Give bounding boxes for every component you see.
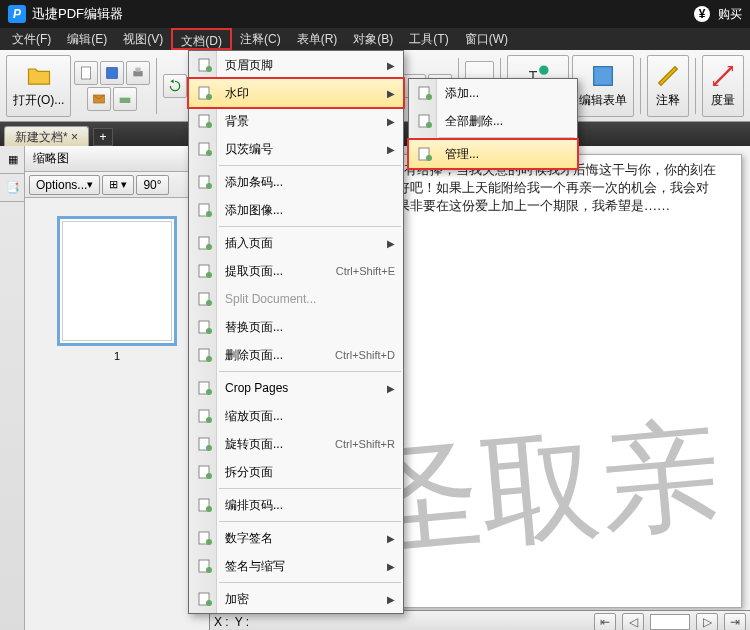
nav-prev-button[interactable]: ◁ <box>622 613 644 631</box>
submenu-arrow-icon: ▶ <box>387 533 395 544</box>
buy-label[interactable]: 购买 <box>718 6 742 23</box>
doc-menu-item-21[interactable]: 数字签名▶ <box>189 524 403 552</box>
submenu-arrow-icon: ▶ <box>387 60 395 71</box>
svg-point-35 <box>206 356 212 362</box>
edit-form-button[interactable]: 编辑表单 <box>572 55 634 117</box>
doc-menu-item-24[interactable]: 加密▶ <box>189 585 403 613</box>
doc-menu-item-17[interactable]: 拆分页面 <box>189 458 403 486</box>
menu-document[interactable]: 文档(D) <box>171 28 232 50</box>
doc-menu-item-22[interactable]: 签名与缩写▶ <box>189 552 403 580</box>
submenu-arrow-icon: ▶ <box>387 238 395 249</box>
coin-icon[interactable]: ¥ <box>694 6 710 22</box>
svg-point-55 <box>426 122 432 128</box>
menu-form[interactable]: 表单(R) <box>289 28 346 50</box>
doc-menu-item-8[interactable]: 插入页面▶ <box>189 229 403 257</box>
menu-file[interactable]: 文件(F) <box>4 28 59 50</box>
menu-item-label: 替换页面... <box>225 319 395 336</box>
doc-menu-item-10: Split Document... <box>189 285 403 313</box>
watermark-sub-item-3[interactable]: 管理... <box>409 140 577 168</box>
svg-point-33 <box>206 328 212 334</box>
menu-item-label: 加密 <box>225 591 379 608</box>
svg-rect-1 <box>107 67 118 78</box>
measure-button[interactable]: 度量 <box>702 55 744 117</box>
svg-point-41 <box>206 445 212 451</box>
annotate-button[interactable]: 注释 <box>647 55 689 117</box>
doc-menu-item-2[interactable]: 背景▶ <box>189 107 403 135</box>
scan-button[interactable] <box>113 87 137 111</box>
svg-point-25 <box>206 211 212 217</box>
menu-item-label: 插入页面 <box>225 235 379 252</box>
sidebar-zoom-dropdown[interactable]: ⊞ ▾ <box>102 175 134 195</box>
menu-item-label: 添加条码... <box>225 174 395 191</box>
print-button[interactable] <box>126 61 150 85</box>
svg-point-27 <box>206 244 212 250</box>
doc-menu-item-0[interactable]: 页眉页脚▶ <box>189 51 403 79</box>
submenu-arrow-icon: ▶ <box>387 88 395 99</box>
new-doc-button[interactable] <box>74 61 98 85</box>
nav-first-button[interactable]: ⇤ <box>594 613 616 631</box>
menu-item-icon <box>413 142 437 166</box>
menu-item-icon <box>193 343 217 367</box>
menu-tools[interactable]: 工具(T) <box>401 28 456 50</box>
svg-point-21 <box>206 150 212 156</box>
document-menu-dropdown: 页眉页脚▶水印▶背景▶贝茨编号▶添加条码...添加图像...插入页面▶提取页面.… <box>188 50 404 614</box>
svg-point-15 <box>206 66 212 72</box>
menu-item-shortcut: Ctrl+Shift+R <box>335 438 395 450</box>
doc-menu-item-1[interactable]: 水印▶ <box>189 79 403 107</box>
doc-tab-1[interactable]: 新建文档* × <box>4 126 89 146</box>
measure-icon <box>709 62 737 90</box>
menu-item-label: Split Document... <box>225 292 395 306</box>
sidebar-tab-bookmarks[interactable]: 📑 <box>0 174 25 202</box>
menu-item-icon <box>193 287 217 311</box>
doc-menu-item-15[interactable]: 缩放页面... <box>189 402 403 430</box>
submenu-arrow-icon: ▶ <box>387 383 395 394</box>
menu-object[interactable]: 对象(B) <box>345 28 401 50</box>
menu-comment[interactable]: 注释(C) <box>232 28 289 50</box>
page-thumbnail-1[interactable]: 1 <box>57 216 177 362</box>
menu-edit[interactable]: 编辑(E) <box>59 28 115 50</box>
undo-button[interactable] <box>163 74 187 98</box>
menu-item-label: 编排页码... <box>225 497 395 514</box>
svg-rect-0 <box>82 67 91 79</box>
menu-item-icon <box>193 404 217 428</box>
save-button[interactable] <box>100 61 124 85</box>
add-tab-button[interactable]: + <box>93 128 113 146</box>
doc-menu-item-14[interactable]: Crop Pages▶ <box>189 374 403 402</box>
submenu-arrow-icon: ▶ <box>387 116 395 127</box>
svg-point-19 <box>206 122 212 128</box>
menu-item-shortcut: Ctrl+Shift+D <box>335 349 395 361</box>
doc-menu-item-16[interactable]: 旋转页面...Ctrl+Shift+R <box>189 430 403 458</box>
sidebar-tab-thumb[interactable]: ▦ <box>0 146 25 174</box>
menu-item-icon <box>193 170 217 194</box>
menu-item-icon <box>193 460 217 484</box>
doc-menu-item-6[interactable]: 添加图像... <box>189 196 403 224</box>
thumbnail-area: 1 <box>25 198 209 630</box>
doc-menu-item-3[interactable]: 贝茨编号▶ <box>189 135 403 163</box>
svg-point-57 <box>426 155 432 161</box>
menu-item-label: 贝茨编号 <box>225 141 379 158</box>
svg-point-49 <box>206 567 212 573</box>
page-number-input[interactable] <box>650 614 690 630</box>
watermark-sub-item-0[interactable]: 添加... <box>409 79 577 107</box>
svg-point-12 <box>539 66 548 75</box>
printer-icon <box>130 65 146 81</box>
sidebar-options-dropdown[interactable]: Options... ▾ <box>29 175 100 195</box>
menu-item-icon <box>193 231 217 255</box>
submenu-arrow-icon: ▶ <box>387 561 395 572</box>
doc-menu-item-19[interactable]: 编排页码... <box>189 491 403 519</box>
watermark-sub-item-1[interactable]: 全部删除... <box>409 107 577 135</box>
open-button[interactable]: 打开(O)... <box>6 55 71 117</box>
doc-menu-item-11[interactable]: 替换页面... <box>189 313 403 341</box>
menu-item-label: 页眉页脚 <box>225 57 379 74</box>
svg-point-39 <box>206 417 212 423</box>
doc-menu-item-5[interactable]: 添加条码... <box>189 168 403 196</box>
nav-next-button[interactable]: ▷ <box>696 613 718 631</box>
menu-view[interactable]: 视图(V) <box>115 28 171 50</box>
menu-item-shortcut: Ctrl+Shift+E <box>336 265 395 277</box>
nav-last-button[interactable]: ⇥ <box>724 613 746 631</box>
doc-menu-item-12[interactable]: 删除页面...Ctrl+Shift+D <box>189 341 403 369</box>
menu-window[interactable]: 窗口(W) <box>457 28 516 50</box>
sidebar-rotate-dropdown[interactable]: 90° <box>136 175 168 195</box>
doc-menu-item-9[interactable]: 提取页面...Ctrl+Shift+E <box>189 257 403 285</box>
email-button[interactable] <box>87 87 111 111</box>
